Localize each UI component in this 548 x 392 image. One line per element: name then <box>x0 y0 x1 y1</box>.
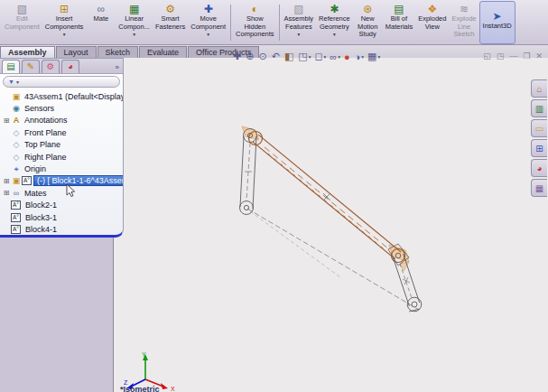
tab-layout[interactable]: Layout <box>56 46 97 58</box>
dropdown-arrow-icon[interactable]: ▾ <box>338 54 340 60</box>
dropdown-arrow-icon[interactable]: ▾ <box>16 79 19 85</box>
exploded-view-button[interactable]: ❖ Exploded View <box>415 1 449 44</box>
task-pane-tab-bar: ⌂ ▥ ▭ ⊞ ◕ ▦ <box>531 79 548 197</box>
tree-item-mates[interactable]: ⊞ ∞ Mates <box>0 187 123 199</box>
instant3d-button[interactable]: ➤ Instant3D <box>479 1 515 44</box>
zoom-to-area-icon[interactable]: ⊙ <box>258 51 267 62</box>
linear-component-pattern-button[interactable]: ▦ Linear Compon... ▾ <box>116 1 153 44</box>
pan-icon[interactable]: ✚ <box>233 51 242 62</box>
view-settings-icon[interactable]: ▦▾ <box>367 51 380 62</box>
tree-item-block3[interactable]: A° Block3-1 <box>0 211 123 223</box>
triad-x-label: X <box>171 386 175 392</box>
dropdown-arrow-icon[interactable]: ▾ <box>309 54 311 60</box>
command-manager: ▧ Edit Component ⊞ Insert Components ▾ ∞… <box>0 0 548 45</box>
insert-components-button[interactable]: ⊞ Insert Components ▾ <box>42 1 87 44</box>
close-icon[interactable]: ✕ <box>535 51 543 61</box>
expander-icon[interactable]: ⊞ <box>2 117 11 125</box>
search-tab[interactable]: ⊞ <box>531 139 547 157</box>
exploded-view-icon: ❖ <box>427 3 437 15</box>
insert-components-label: Insert Components <box>45 15 84 31</box>
tree-item-front-plane[interactable]: ◇ Front Plane <box>0 126 123 138</box>
mates-icon: ∞ <box>11 189 22 198</box>
tree-item-block4[interactable]: A° Block4-1 <box>0 223 123 235</box>
exploded-view-label: Exploded View <box>418 15 446 31</box>
edit-appearance-icon[interactable]: ● <box>344 51 351 62</box>
new-motion-study-button[interactable]: ⊛ New Motion Study <box>353 1 383 44</box>
zoom-to-fit-icon[interactable]: ⊕ <box>246 51 255 62</box>
zoom-to-fit-glyph: ⊕ <box>246 51 254 62</box>
display-style-icon[interactable]: ◻▾ <box>314 51 326 62</box>
tab-sketch[interactable]: Sketch <box>98 46 139 58</box>
tree-item-label: Block4-1 <box>23 225 60 234</box>
smart-fasteners-icon: ⚙ <box>165 3 175 15</box>
show-hidden-components-label: Show Hidden Components <box>236 15 274 39</box>
dropdown-arrow-icon[interactable]: ▾ <box>361 54 364 60</box>
previous-view-icon[interactable]: ↶ <box>272 51 281 62</box>
dropdown-arrow-icon[interactable]: ▾ <box>297 32 300 37</box>
new-motion-study-icon: ⊛ <box>363 3 372 15</box>
file-explorer-tab[interactable]: ▭ <box>531 119 547 137</box>
dropdown-arrow-icon[interactable]: ▾ <box>207 32 209 37</box>
apply-scene-icon[interactable]: ◑▾ <box>355 51 364 62</box>
dropdown-arrow-icon[interactable]: ▾ <box>324 54 327 60</box>
block-badge-icon: A° <box>11 213 21 222</box>
tree-filter-bar[interactable]: ▼ ▾ <box>3 76 120 88</box>
move-component-button[interactable]: ✚ Move Component ▾ <box>188 1 228 44</box>
insert-components-icon: ⊞ <box>60 3 69 15</box>
hide-show-items-icon[interactable]: ∞▾ <box>330 51 340 62</box>
panel-overflow-chevron[interactable]: » <box>116 63 121 73</box>
dropdown-arrow-icon[interactable]: ▾ <box>377 54 380 60</box>
displaymanager-tab[interactable]: ◕ <box>61 60 79 73</box>
tree-item-block2[interactable]: A° Block2-1 <box>0 200 123 211</box>
expander-icon[interactable]: ⊞ <box>2 189 11 197</box>
featuremanager-tab[interactable]: ▤ <box>2 60 20 73</box>
minimize-icon[interactable]: — <box>509 51 517 61</box>
show-hidden-components-button[interactable]: ◐ Show Hidden Components <box>233 1 277 44</box>
tree-item-top-plane[interactable]: ◇ Top Plane <box>0 139 123 151</box>
edit-component-button[interactable]: ▧ Edit Component <box>2 1 42 44</box>
linkage-model[interactable] <box>124 58 449 329</box>
view-orientation-icon[interactable]: ◳▾ <box>298 51 311 62</box>
section-view-icon[interactable]: ◧ <box>284 51 294 62</box>
window-tile-icon[interactable]: ◱ <box>483 51 491 61</box>
restore-icon[interactable]: ❐ <box>523 51 530 61</box>
dropdown-arrow-icon[interactable]: ▾ <box>133 32 135 37</box>
tree-item-annotations[interactable]: ⊞ A Annotations <box>0 115 123 126</box>
tree-item-label: Block3-1 <box>23 213 60 222</box>
view-palette-tab[interactable]: ◕ <box>531 159 547 177</box>
configurationmanager-tab[interactable]: ⚙ <box>42 60 60 73</box>
show-hidden-components-icon: ◐ <box>252 3 258 15</box>
tree-item-label: Front Plane <box>22 128 70 137</box>
expander-icon[interactable]: ⊞ <box>2 177 11 185</box>
tab-evaluate[interactable]: Evaluate <box>139 46 187 58</box>
edit-component-icon: ▧ <box>17 3 27 15</box>
left-link-block[interactable] <box>240 129 257 215</box>
feature-tree-list: ▣ 43Assem1 (Default<Display ◉ Sensors ⊞ … <box>0 89 123 236</box>
instant3d-label: Instant3D <box>483 23 512 31</box>
reference-geometry-button[interactable]: ✱ Reference Geometry ▾ <box>316 1 353 44</box>
propertymanager-tab[interactable]: ✎ <box>22 60 40 73</box>
bill-of-materials-button[interactable]: ▤ Bill of Materials <box>383 1 415 44</box>
window-cascade-icon[interactable]: ◳ <box>497 51 505 61</box>
triad-x-arrow <box>161 383 168 389</box>
tree-item-right-plane[interactable]: ◇ Right Plane <box>0 151 123 163</box>
design-library-tab[interactable]: ▥ <box>531 99 547 117</box>
instant3d-icon: ➤ <box>493 10 502 23</box>
tree-item-sensors[interactable]: ◉ Sensors <box>0 102 123 114</box>
solidworks-resources-tab[interactable]: ⌂ <box>531 79 547 98</box>
reference-geometry-label: Reference Geometry <box>319 15 350 31</box>
explode-line-sketch-button[interactable]: ≋ Explode Line Sketch <box>449 1 478 44</box>
appearances-scenes-tab[interactable]: ▦ <box>531 179 547 197</box>
selected-long-bar-block1[interactable] <box>249 132 410 266</box>
ground-construction-line[interactable] <box>247 209 419 310</box>
tree-item-block1-selected[interactable]: ⊞ ▣ A° (-) [ Block1-1-6^43Assem <box>0 175 123 187</box>
tree-item-assembly-root[interactable]: ▣ 43Assem1 (Default<Display <box>0 90 123 102</box>
dropdown-arrow-icon[interactable]: ▾ <box>63 32 66 37</box>
assembly-features-button[interactable]: ▧ Assembly Features ▾ <box>282 1 317 44</box>
tab-assembly[interactable]: Assembly <box>0 46 55 58</box>
tree-item-origin[interactable]: ⌖ Origin <box>0 163 123 174</box>
bill-of-materials-icon: ▤ <box>394 3 404 15</box>
mate-button[interactable]: ∞ Mate <box>86 1 116 44</box>
dropdown-arrow-icon[interactable]: ▾ <box>333 32 336 37</box>
smart-fasteners-button[interactable]: ⚙ Smart Fasteners <box>153 1 188 44</box>
